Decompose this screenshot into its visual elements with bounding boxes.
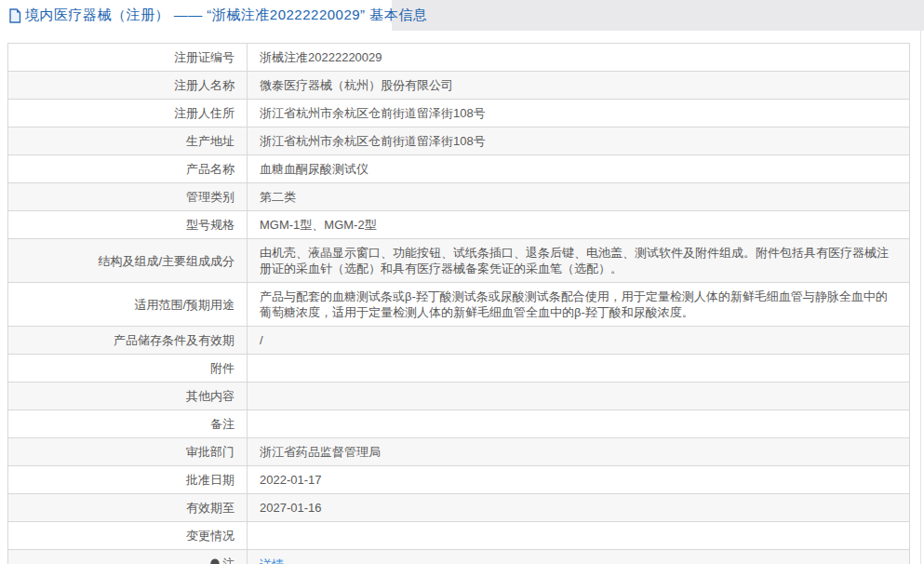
table-row: 产品名称 血糖血酮尿酸测试仪 [8, 155, 910, 183]
right-edge-divider [920, 31, 921, 564]
row-label: 审批部门 [8, 438, 248, 466]
row-label: 备注 [8, 410, 248, 438]
row-value: 微泰医疗器械（杭州）股份有限公司 [248, 72, 910, 100]
row-value: 浙江省药品监督管理局 [248, 438, 910, 466]
table-row: 产品储存条件及有效期 / [8, 327, 910, 355]
table-row: 批准日期 2022-01-17 [8, 466, 910, 494]
table-row: 适用范围/预期用途 产品与配套的血糖测试条或β-羟丁酸测试条或尿酸测试条配合使用… [8, 283, 910, 327]
row-label: 注册证编号 [8, 44, 248, 72]
row-label: 附件 [8, 355, 248, 383]
row-label: 批准日期 [8, 466, 248, 494]
row-value-note: 详情 [248, 550, 910, 564]
row-label: 注册人住所 [8, 100, 248, 128]
row-label: 其他内容 [8, 383, 248, 410]
row-label-note: 注 [8, 550, 248, 564]
row-value [248, 410, 910, 438]
row-label: 变更情况 [8, 522, 248, 550]
registration-info-table: 注册证编号 浙械注准20222220029 注册人名称 微泰医疗器械（杭州）股份… [7, 43, 910, 564]
row-label: 生产地址 [8, 128, 248, 155]
note-balloon-icon [209, 558, 221, 564]
row-label: 结构及组成/主要组成成分 [8, 239, 248, 283]
row-label: 产品储存条件及有效期 [8, 327, 248, 355]
table-row: 变更情况 [8, 522, 910, 550]
row-label: 适用范围/预期用途 [8, 283, 248, 327]
row-value: 血糖血酮尿酸测试仪 [248, 155, 910, 183]
page: 境内医疗器械（注册） —— “浙械注准20222220029” 基本信息 注册证… [0, 0, 924, 564]
table-row: 审批部门 浙江省药品监督管理局 [8, 438, 910, 466]
page-title: 境内医疗器械（注册） —— “浙械注准20222220029” 基本信息 [25, 7, 427, 24]
row-value: 浙江省杭州市余杭区仓前街道留泽街108号 [248, 100, 910, 128]
document-icon [8, 8, 21, 23]
row-value: 2022-01-17 [248, 466, 910, 494]
table-row: 其他内容 [8, 383, 910, 410]
table-row: 备注 [8, 410, 910, 438]
table-row: 管理类别 第二类 [8, 183, 910, 211]
table-row: 型号规格 MGM-1型、MGM-2型 [8, 211, 910, 239]
row-value: 由机壳、液晶显示窗口、功能按钮、试纸条插口、退条后键、电池盖、测试软件及附件组成… [248, 239, 910, 283]
row-label: 有效期至 [8, 494, 248, 522]
row-label: 管理类别 [8, 183, 248, 211]
row-value: 2027-01-16 [248, 494, 910, 522]
row-value [248, 383, 910, 410]
table-row: 附件 [8, 355, 910, 383]
row-value: 第二类 [248, 183, 910, 211]
content-panel: 注册证编号 浙械注准20222220029 注册人名称 微泰医疗器械（杭州）股份… [0, 31, 924, 564]
table-row: 注册人住所 浙江省杭州市余杭区仓前街道留泽街108号 [8, 100, 910, 128]
row-value [248, 355, 910, 383]
note-label-text: 注 [222, 556, 234, 564]
row-value: / [248, 327, 910, 355]
row-label: 注册人名称 [8, 72, 248, 100]
row-label: 产品名称 [8, 155, 248, 183]
row-label: 型号规格 [8, 211, 248, 239]
table-row-note: 注 详情 [8, 550, 910, 564]
table-row: 注册证编号 浙械注准20222220029 [8, 44, 910, 72]
tab-bar: 境内医疗器械（注册） —— “浙械注准20222220029” 基本信息 [0, 0, 924, 31]
active-tab-basic-info: 境内医疗器械（注册） —— “浙械注准20222220029” 基本信息 [0, 0, 392, 31]
table-row: 注册人名称 微泰医疗器械（杭州）股份有限公司 [8, 72, 910, 100]
row-value: 浙江省杭州市余杭区仓前街道留泽街108号 [248, 128, 910, 155]
table-row: 有效期至 2027-01-16 [8, 494, 910, 522]
table-row: 生产地址 浙江省杭州市余杭区仓前街道留泽街108号 [8, 128, 910, 155]
row-value: 浙械注准20222220029 [248, 44, 910, 72]
row-value: MGM-1型、MGM-2型 [248, 211, 910, 239]
row-value: 产品与配套的血糖测试条或β-羟丁酸测试条或尿酸测试条配合使用，用于定量检测人体的… [248, 283, 910, 327]
table-row: 结构及组成/主要组成成分 由机壳、液晶显示窗口、功能按钮、试纸条插口、退条后键、… [8, 239, 910, 283]
row-value [248, 522, 910, 550]
detail-link[interactable]: 详情 [260, 557, 284, 564]
